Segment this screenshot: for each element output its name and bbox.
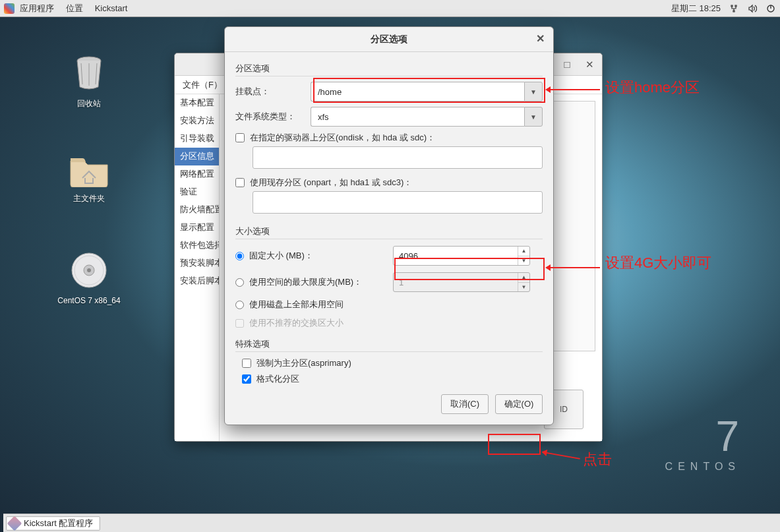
cancel-button[interactable]: 取消(C) (441, 394, 489, 414)
volume-icon[interactable] (747, 3, 758, 14)
annotation-click: 点击 (583, 450, 612, 469)
chevron-up-icon[interactable]: ▲ (518, 247, 529, 256)
panel-places[interactable]: 位置 (66, 3, 83, 15)
fixed-size-value: 4096 (394, 247, 518, 265)
max-size-label: 使用空间的最大限度为(MB)： (249, 276, 388, 288)
desktop-trash[interactable]: 回收站 (53, 53, 125, 109)
fstype-value: xfs (311, 107, 524, 127)
desktop-trash-label: 回收站 (53, 98, 125, 109)
fixed-size-spinner[interactable]: 4096 ▲ ▼ (393, 246, 530, 266)
sidebar-item-display[interactable]: 显示配置 (175, 219, 219, 237)
folder-home-icon (53, 152, 125, 189)
onpart-input[interactable] (253, 191, 543, 214)
annotation-home: 设置home分区 (605, 78, 700, 98)
format-checkbox[interactable] (242, 374, 251, 384)
desktop-disc-label: CentOS 7 x86_64 (46, 296, 132, 305)
centos-logo: 7 CENTOS (665, 412, 740, 473)
section-size: 大小选项 (235, 225, 543, 239)
fixed-size-radio[interactable] (235, 252, 244, 260)
desktop-disc[interactable]: CentOS 7 x86_64 (46, 251, 132, 305)
trash-icon (53, 53, 125, 94)
max-size-radio[interactable] (235, 278, 244, 287)
sidebar-item-postinstall[interactable]: 安装后脚本 (175, 272, 219, 290)
annotation-size: 设置4G大小即可 (605, 253, 711, 273)
chevron-down-icon[interactable]: ▼ (524, 107, 543, 127)
chevron-down-icon[interactable]: ▼ (524, 82, 543, 102)
panel-clock[interactable]: 星期二 18:25 (671, 3, 721, 15)
sidebar-item-firewall[interactable]: 防火墙配置 (175, 201, 219, 219)
swap-checkbox (235, 319, 244, 328)
max-size-spinner: 1 ▲ ▼ (393, 272, 530, 292)
mount-select[interactable]: /home ▼ (311, 82, 543, 102)
sidebar-item-boot[interactable]: 引导装载 (175, 130, 219, 148)
max-size-value: 1 (394, 273, 518, 291)
top-panel: 应用程序 位置 Kickstart 星期二 18:25 (0, 0, 780, 17)
dialog-title: 分区选项 (371, 34, 407, 45)
ok-button[interactable]: 确定(O) (495, 394, 543, 414)
arrow-click (543, 452, 580, 459)
swap-label: 使用不推荐的交换区大小 (249, 317, 344, 329)
disc-icon (46, 251, 132, 292)
sidebar-item-network[interactable]: 网络配置 (175, 165, 219, 183)
arrow-home (547, 89, 600, 90)
mount-label: 挂载点： (235, 86, 304, 98)
partition-dialog: 分区选项 ✕ 分区选项 挂载点： /home ▼ 文件系统类型： xfs ▼ 在… (224, 26, 554, 425)
sidebar-item-install[interactable]: 安装方法 (175, 112, 219, 130)
network-icon[interactable] (729, 3, 739, 14)
arrow-size (547, 267, 600, 268)
sidebar: 基本配置 安装方法 引导装载 分区信息 网络配置 验证 防火墙配置 显示配置 软… (175, 94, 220, 441)
onpart-label: 使用现存分区 (onpart，如 hda1 或 sdc3)： (250, 177, 412, 189)
window-close-icon[interactable]: ✕ (578, 55, 601, 74)
fixed-size-label: 固定大小 (MB)： (249, 250, 388, 262)
desktop-home[interactable]: 主文件夹 (53, 152, 125, 204)
format-label: 格式化分区 (256, 373, 299, 385)
chevron-down-icon: ▼ (518, 283, 529, 292)
file-menu[interactable]: 文件（F） (183, 79, 222, 91)
chevron-up-icon: ▲ (518, 273, 529, 283)
kickstart-icon (7, 516, 22, 531)
ondisk-label: 在指定的驱动器上分区(ondisk，如 hda 或 sdc)： (250, 132, 435, 144)
section-partition: 分区选项 (235, 63, 543, 76)
asprimary-checkbox[interactable] (242, 359, 251, 368)
fstype-select[interactable]: xfs ▼ (311, 107, 543, 127)
taskbar: Kickstart 配置程序 (3, 514, 780, 532)
sidebar-item-partition[interactable]: 分区信息 (175, 148, 219, 165)
fill-radio[interactable] (235, 301, 244, 309)
onpart-checkbox[interactable] (235, 178, 245, 187)
chevron-down-icon[interactable]: ▼ (518, 256, 529, 266)
panel-app-name[interactable]: Kickstart (95, 3, 128, 13)
sidebar-item-packages[interactable]: 软件包选择 (175, 237, 219, 254)
sidebar-item-auth[interactable]: 验证 (175, 183, 219, 201)
svg-point-6 (87, 268, 91, 272)
applications-icon (4, 3, 15, 14)
sidebar-item-basic[interactable]: 基本配置 (175, 94, 219, 112)
fstype-label: 文件系统类型： (235, 111, 304, 123)
taskbar-item-kickstart[interactable]: Kickstart 配置程序 (6, 516, 100, 531)
panel-applications[interactable]: 应用程序 (4, 3, 54, 15)
asprimary-label: 强制为主分区(asprimary) (256, 357, 351, 369)
dialog-close-icon[interactable]: ✕ (533, 32, 547, 45)
ondisk-checkbox[interactable] (235, 133, 245, 142)
power-icon[interactable] (765, 3, 776, 14)
window-maximize-icon[interactable]: □ (556, 55, 578, 74)
sidebar-item-preinstall[interactable]: 预安装脚本 (175, 254, 219, 272)
fill-label: 使用磁盘上全部未用空间 (249, 299, 344, 310)
mount-value: /home (311, 82, 524, 102)
ondisk-input[interactable] (253, 146, 543, 169)
desktop-home-label: 主文件夹 (53, 193, 125, 204)
section-special: 特殊选项 (235, 338, 543, 352)
